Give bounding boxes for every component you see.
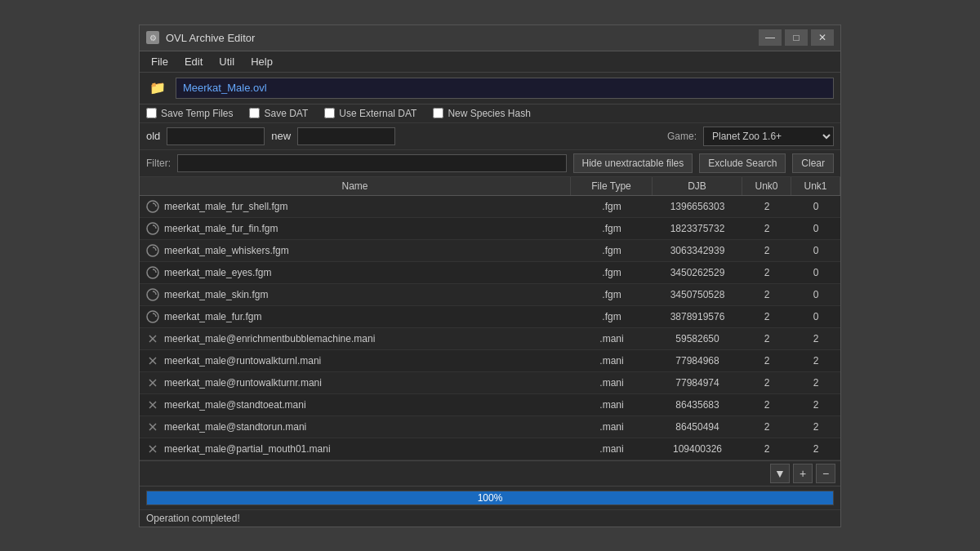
- cell-djb: 3878919576: [653, 306, 742, 327]
- new-species-hash-checkbox[interactable]: New Species Hash: [433, 108, 530, 119]
- table-row[interactable]: meerkat_male@partial_mouth01.mani .mani …: [140, 438, 840, 460]
- main-window: ⚙ OVL Archive Editor — □ ✕ File Edit Uti…: [139, 24, 841, 527]
- table-row[interactable]: meerkat_male_fur_fin.fgm .fgm 1823375732…: [140, 218, 840, 240]
- table-row[interactable]: meerkat_male@runtowalkturnr.mani .mani 7…: [140, 372, 840, 394]
- cell-file-type: .fgm: [571, 240, 653, 261]
- menu-help[interactable]: Help: [243, 53, 281, 70]
- progress-row: 100%: [140, 487, 840, 509]
- file-name: meerkat_male@standtoeat.mani: [164, 399, 306, 411]
- cell-unk1: 2: [791, 416, 840, 438]
- cell-unk0: 2: [742, 416, 791, 438]
- cell-name: meerkat_male@standtorun.mani: [140, 416, 571, 438]
- fgm-icon: [146, 310, 159, 323]
- filter-row: Filter: Hide unextractable files Exclude…: [140, 150, 840, 177]
- old-label: old: [146, 130, 160, 142]
- cell-file-type: .mani: [571, 350, 653, 371]
- file-name: meerkat_male@enrichmentbubblemachine.man…: [164, 333, 375, 344]
- svg-point-4: [147, 289, 158, 300]
- filter-input[interactable]: [177, 154, 567, 172]
- clear-button[interactable]: Clear: [792, 153, 834, 173]
- cell-unk0: 2: [742, 218, 791, 239]
- table-row[interactable]: meerkat_male_fur_shell.fgm .fgm 13966563…: [140, 196, 840, 218]
- bottom-bar: ▼ + −: [140, 461, 840, 487]
- menu-edit[interactable]: Edit: [176, 53, 211, 70]
- cell-unk0: 2: [742, 372, 791, 393]
- exclude-search-button[interactable]: Exclude Search: [699, 153, 786, 173]
- add-button[interactable]: +: [793, 464, 813, 483]
- cell-name: meerkat_male@runtowalkturnl.mani: [140, 350, 571, 371]
- cell-unk1: 2: [791, 394, 840, 415]
- new-field[interactable]: [297, 127, 395, 145]
- save-dat-checkbox[interactable]: Save DAT: [249, 108, 308, 119]
- old-field[interactable]: [167, 127, 265, 145]
- table-row[interactable]: meerkat_male@standtoeat.mani .mani 86435…: [140, 394, 840, 416]
- fgm-icon: [146, 288, 159, 301]
- mani-icon: [146, 376, 159, 389]
- fgm-icon: [146, 222, 159, 235]
- save-temp-checkbox[interactable]: Save Temp Files: [146, 108, 233, 119]
- cell-djb: 86435683: [653, 394, 742, 415]
- cell-unk0: 2: [742, 350, 791, 371]
- svg-point-5: [147, 311, 158, 322]
- file-name: meerkat_male@standtorun.mani: [164, 421, 306, 433]
- status-bar: Operation completed!: [140, 509, 840, 527]
- cell-file-type: .fgm: [571, 284, 653, 305]
- file-name: meerkat_male_fur_fin.fgm: [164, 223, 278, 234]
- table-body: meerkat_male_fur_shell.fgm .fgm 13966563…: [140, 196, 840, 460]
- table-row[interactable]: meerkat_male@standtorun.mani .mani 86450…: [140, 416, 840, 438]
- mani-icon: [146, 420, 159, 433]
- menu-util[interactable]: Util: [211, 53, 243, 70]
- file-name: meerkat_male_whiskers.fgm: [164, 245, 289, 256]
- scroll-down-button[interactable]: ▼: [770, 464, 790, 483]
- minimize-button[interactable]: —: [759, 29, 782, 46]
- cell-file-type: .fgm: [571, 196, 653, 217]
- file-path-input[interactable]: [176, 78, 834, 99]
- hide-unextractable-button[interactable]: Hide unextractable files: [573, 153, 693, 173]
- progress-bar: 100%: [146, 491, 834, 505]
- progress-label: 100%: [147, 491, 833, 504]
- cell-unk0: 2: [742, 438, 791, 460]
- maximize-button[interactable]: □: [785, 29, 808, 46]
- cell-djb: 86450494: [653, 416, 742, 438]
- header-file-type: File Type: [571, 177, 653, 195]
- filter-label: Filter:: [146, 158, 171, 169]
- cell-unk1: 0: [791, 262, 840, 283]
- cell-unk1: 0: [791, 284, 840, 305]
- checkboxes-row: Save Temp Files Save DAT Use External DA…: [140, 104, 840, 123]
- table-row[interactable]: meerkat_male@runtowalkturnl.mani .mani 7…: [140, 350, 840, 372]
- table-row[interactable]: meerkat_male@enrichmentbubblemachine.man…: [140, 328, 840, 350]
- use-external-dat-checkbox[interactable]: Use External DAT: [324, 108, 416, 119]
- cell-djb: 3450750528: [653, 284, 742, 305]
- cell-name: meerkat_male_fur_fin.fgm: [140, 218, 571, 239]
- cell-name: meerkat_male_whiskers.fgm: [140, 240, 571, 261]
- open-folder-button[interactable]: 📁: [146, 80, 169, 96]
- header-name: Name: [140, 177, 571, 195]
- cell-name: meerkat_male@partial_mouth01.mani: [140, 438, 571, 460]
- cell-file-type: .fgm: [571, 306, 653, 327]
- cell-file-type: .mani: [571, 328, 653, 349]
- close-button[interactable]: ✕: [811, 29, 834, 46]
- cell-file-type: .mani: [571, 438, 653, 460]
- table-row[interactable]: meerkat_male_eyes.fgm .fgm 3450262529 2 …: [140, 262, 840, 284]
- table-row[interactable]: meerkat_male_whiskers.fgm .fgm 306334293…: [140, 240, 840, 262]
- cell-file-type: .fgm: [571, 218, 653, 239]
- cell-unk0: 2: [742, 196, 791, 217]
- cell-djb: 3063342939: [653, 240, 742, 261]
- remove-button[interactable]: −: [816, 464, 835, 483]
- table-row[interactable]: meerkat_male_skin.fgm .fgm 3450750528 2 …: [140, 284, 840, 306]
- new-label: new: [271, 130, 291, 142]
- cell-djb: 77984974: [653, 372, 742, 393]
- menu-file[interactable]: File: [143, 53, 176, 70]
- table-row[interactable]: meerkat_male_fur.fgm .fgm 3878919576 2 0: [140, 306, 840, 328]
- fgm-icon: [146, 266, 159, 279]
- cell-unk0: 2: [742, 240, 791, 261]
- file-table: Name File Type DJB Unk0 Unk1 meerkat_mal…: [140, 177, 840, 461]
- file-name: meerkat_male@partial_mouth01.mani: [164, 443, 331, 455]
- game-select[interactable]: Planet Zoo 1.6+Planet Zoo 1.5Planet Zoo …: [703, 127, 834, 146]
- cell-unk1: 0: [791, 240, 840, 261]
- mani-icon: [146, 442, 159, 455]
- title-bar-left: ⚙ OVL Archive Editor: [146, 31, 255, 44]
- title-bar: ⚙ OVL Archive Editor — □ ✕: [140, 25, 840, 51]
- cell-name: meerkat_male@runtowalkturnr.mani: [140, 372, 571, 393]
- cell-unk1: 0: [791, 218, 840, 239]
